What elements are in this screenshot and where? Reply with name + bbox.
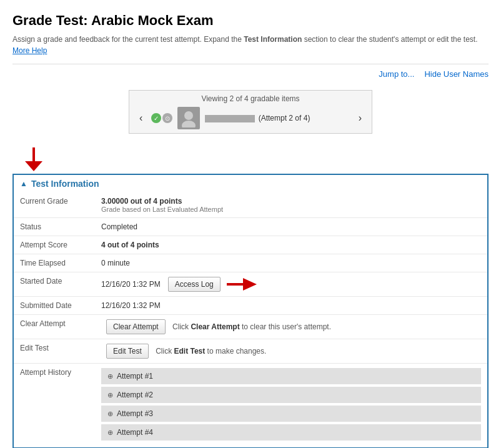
expand-icon: ⊕ xyxy=(107,410,113,418)
navigator-header: Viewing 2 of 4 gradable items xyxy=(136,94,365,103)
toggle-icon: ▲ xyxy=(20,179,27,188)
prev-arrow-button[interactable]: ‹ xyxy=(136,111,146,125)
value-time-elapsed: 0 minute xyxy=(95,254,487,272)
table-row-time-elapsed: Time Elapsed 0 minute xyxy=(14,254,487,272)
edit-test-button[interactable]: Edit Test xyxy=(106,344,149,359)
label-attempt-history: Attempt History xyxy=(14,364,95,448)
expand-icon: ⊕ xyxy=(107,429,113,437)
list-item[interactable]: ⊕ Attempt #3 xyxy=(101,406,481,422)
red-down-arrow-svg xyxy=(22,146,45,171)
attempt-label-1: Attempt #1 xyxy=(117,372,153,381)
svg-point-1 xyxy=(182,121,196,127)
jump-to-link[interactable]: Jump to... xyxy=(379,69,414,79)
subtitle-bold: Test Information xyxy=(244,35,302,44)
top-bar: Jump to... Hide User Names xyxy=(12,64,489,84)
test-information-section: ▲ Test Information Current Grade 3.00000… xyxy=(12,174,489,448)
nav-content: ✓ ⊙ (Attempt 2 of 4) xyxy=(151,107,349,129)
expand-icon: ⊕ xyxy=(107,372,113,381)
list-item[interactable]: ⊕ Attempt #4 xyxy=(101,424,481,441)
svg-marker-3 xyxy=(25,161,42,171)
table-row-current-grade: Current Grade 3.00000 out of 4 points Gr… xyxy=(14,192,487,218)
svg-point-0 xyxy=(184,111,193,120)
attempt-label-3: Attempt #3 xyxy=(117,409,153,418)
label-attempt-score: Attempt Score xyxy=(14,236,95,254)
gradable-navigator: Viewing 2 of 4 gradable items ‹ ✓ ⊙ (Att… xyxy=(129,90,372,134)
more-help-link[interactable]: More Help xyxy=(12,46,47,55)
attempt-score-value: 4 out of 4 points xyxy=(101,241,159,249)
navigator-row: ‹ ✓ ⊙ (Attempt 2 of 4) › xyxy=(136,107,365,129)
value-attempt-score: 4 out of 4 points xyxy=(95,236,487,254)
page-wrapper: Grade Test: Arabic Mock Exam Assign a gr… xyxy=(0,0,501,448)
started-date-value: 12/16/20 1:32 PM xyxy=(101,280,161,289)
value-attempt-history: ⊕ Attempt #1 ⊕ Attempt #2 ⊕ Attempt #3 xyxy=(95,364,487,448)
avatar xyxy=(177,107,200,129)
next-arrow-button[interactable]: › xyxy=(355,111,365,125)
value-started-date: 12/16/20 1:32 PM Access Log xyxy=(95,272,487,297)
subtitle-after: section to clear the student's attempt o… xyxy=(302,35,477,44)
table-row-attempt-history: Attempt History ⊕ Attempt #1 ⊕ Attempt #… xyxy=(14,364,487,448)
attempt-list: ⊕ Attempt #1 ⊕ Attempt #2 ⊕ Attempt #3 xyxy=(101,368,481,441)
table-row-clear-attempt: Clear Attempt Clear Attempt Click Clear … xyxy=(14,315,487,339)
clear-attempt-button[interactable]: Clear Attempt xyxy=(106,319,166,334)
expand-icon: ⊕ xyxy=(107,391,113,399)
label-started-date: Started Date xyxy=(14,272,95,297)
value-submitted-date: 12/16/20 1:32 PM xyxy=(95,297,487,315)
table-row-edit-test: Edit Test Edit Test Click Edit Test to m… xyxy=(14,339,487,364)
table-row-started-date: Started Date 12/16/20 1:32 PM Access Log xyxy=(14,272,487,297)
edit-test-bold: Edit Test xyxy=(174,347,206,356)
info-table: Current Grade 3.00000 out of 4 points Gr… xyxy=(14,192,487,447)
label-clear-attempt: Clear Attempt xyxy=(14,315,95,339)
subtitle-before: Assign a grade and feedback for the curr… xyxy=(12,35,244,44)
attempt-label-4: Attempt #4 xyxy=(117,428,153,437)
label-current-grade: Current Grade xyxy=(14,192,95,218)
hide-user-names-link[interactable]: Hide User Names xyxy=(424,69,489,79)
label-status: Status xyxy=(14,218,95,236)
red-right-arrow-svg xyxy=(226,277,257,292)
clear-attempt-bold: Clear Attempt xyxy=(191,322,239,331)
list-item[interactable]: ⊕ Attempt #1 xyxy=(101,368,481,384)
student-label: (Attempt 2 of 4) xyxy=(205,114,310,122)
grade-value: 3.00000 out of 4 points xyxy=(101,197,182,206)
grade-sub: Grade based on Last Evaluated Attempt xyxy=(101,206,481,213)
table-row-submitted-date: Submitted Date 12/16/20 1:32 PM xyxy=(14,297,487,315)
value-current-grade: 3.00000 out of 4 points Grade based on L… xyxy=(95,192,487,218)
date-cell: 12/16/20 1:32 PM Access Log xyxy=(101,277,481,292)
value-clear-attempt: Clear Attempt Click Clear Attempt to cle… xyxy=(95,315,487,339)
table-row-status: Status Completed xyxy=(14,218,487,236)
label-time-elapsed: Time Elapsed xyxy=(14,254,95,272)
page-subtitle: Assign a grade and feedback for the curr… xyxy=(12,34,489,56)
student-name-redacted xyxy=(205,115,255,122)
list-item[interactable]: ⊕ Attempt #2 xyxy=(101,387,481,403)
edit-test-instruction: Click Edit Test to make changes. xyxy=(156,347,266,356)
attempt-label: (Attempt 2 of 4) xyxy=(259,114,310,122)
section-header[interactable]: ▲ Test Information xyxy=(14,175,487,192)
section-title: Test Information xyxy=(31,179,99,189)
access-log-button[interactable]: Access Log xyxy=(168,277,221,292)
table-row-attempt-score: Attempt Score 4 out of 4 points xyxy=(14,236,487,254)
label-submitted-date: Submitted Date xyxy=(14,297,95,315)
value-edit-test: Edit Test Click Edit Test to make change… xyxy=(95,339,487,364)
value-status: Completed xyxy=(95,218,487,236)
circle-gray-icon: ⊙ xyxy=(162,113,172,123)
attempt-label-2: Attempt #2 xyxy=(117,391,153,399)
svg-marker-5 xyxy=(243,278,257,291)
page-title: Grade Test: Arabic Mock Exam xyxy=(12,12,489,29)
check-icon: ✓ xyxy=(151,113,161,123)
status-icons: ✓ ⊙ xyxy=(151,113,172,123)
label-edit-test: Edit Test xyxy=(14,339,95,364)
red-arrow-down-annotation xyxy=(22,146,489,171)
clear-attempt-instruction: Click Clear Attempt to clear this user's… xyxy=(172,322,331,331)
